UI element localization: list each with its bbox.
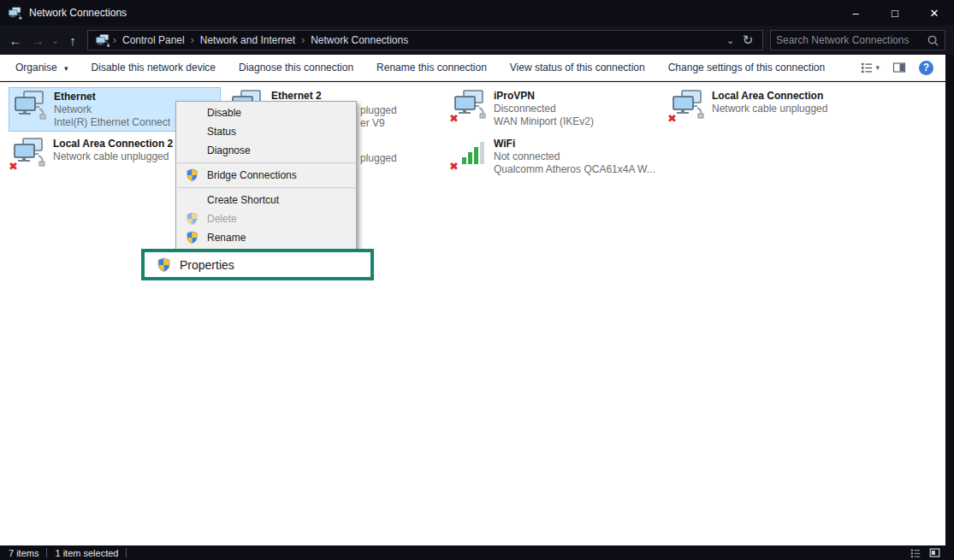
thumbnail-view-button[interactable]: [929, 547, 940, 558]
up-button[interactable]: ↑: [62, 33, 84, 48]
disconnected-x-icon: ✖: [9, 161, 18, 172]
titlebar: Network Connections – □ ✕: [0, 0, 954, 26]
uac-shield-icon: [186, 212, 199, 225]
uac-shield-icon: [157, 257, 171, 272]
wifi-signal-icon: ✖: [453, 138, 489, 170]
connection-wifi[interactable]: ✖ WiFi Not connected Qualcomm Atheros QC…: [449, 135, 661, 180]
connection-status: Disconnected: [494, 103, 594, 115]
connection-status: Network cable unplugged: [53, 150, 173, 163]
window-title: Network Connections: [29, 7, 127, 19]
menu-item-label: Delete: [207, 213, 237, 225]
connection-local-area[interactable]: ✖ Local Area Connection Network cable un…: [667, 87, 880, 132]
app-icon: [8, 7, 22, 20]
address-bar-actions: ⌄ ↻: [724, 32, 759, 48]
menu-item-disable[interactable]: Disable: [176, 103, 356, 122]
breadcrumb-network-connections[interactable]: Network Connections: [305, 34, 414, 46]
network-adapter-icon: ✖: [671, 90, 707, 122]
menu-item-bridge-connections[interactable]: Bridge Connections: [176, 166, 356, 185]
connection-status: Network cable unplugged: [712, 103, 827, 115]
forward-button[interactable]: →: [27, 33, 49, 48]
disconnected-x-icon: ✖: [449, 113, 459, 124]
menu-item-label: Properties: [180, 258, 234, 272]
menu-item-rename[interactable]: Rename: [176, 228, 356, 247]
connection-name: iProVPN: [494, 90, 594, 103]
connection-device: Qualcomm Atheros QCA61x4A W...: [494, 163, 655, 176]
window-controls: – □ ✕: [836, 0, 954, 26]
search-input[interactable]: [771, 34, 927, 46]
refresh-button[interactable]: ↻: [737, 32, 759, 48]
connection-name: WiFi: [494, 138, 655, 150]
connection-status: Not connected: [494, 150, 655, 163]
list-view-icon: [861, 62, 873, 74]
menu-separator: [177, 187, 355, 188]
preview-pane-button[interactable]: [892, 61, 906, 74]
dropdown-arrow-icon: ▾: [875, 63, 880, 72]
connection-name: Local Area Connection 2: [53, 138, 173, 150]
connections-list: Ethernet Network Intel(R) Ethernet Conne…: [0, 82, 945, 545]
connection-device: WAN Miniport (IKEv2): [494, 115, 594, 128]
menu-item-properties[interactable]: Properties: [141, 249, 374, 280]
connection-name: Ethernet: [54, 91, 170, 103]
command-disable-network-device[interactable]: Disable this network device: [92, 62, 216, 74]
back-button[interactable]: ←: [4, 33, 27, 48]
close-button[interactable]: ✕: [915, 0, 954, 26]
breadcrumb-network-and-internet[interactable]: Network and Internet: [194, 34, 301, 46]
command-bar: Organise ▾ Disable this network device D…: [0, 55, 945, 81]
context-menu: Disable Status Diagnose Bridge Connectio…: [175, 101, 357, 250]
change-view-button[interactable]: ▾: [861, 62, 880, 74]
organise-label: Organise: [15, 62, 57, 74]
network-adapter-icon: ✖: [12, 138, 48, 170]
uac-shield-icon: [186, 231, 199, 244]
selection-count: 1 item selected: [55, 548, 118, 558]
menu-item-create-shortcut[interactable]: Create Shortcut: [176, 191, 356, 209]
uac-shield-icon: [186, 168, 199, 181]
connection-device: Intel(R) Ethernet Connect: [54, 116, 170, 129]
disconnected-x-icon: ✖: [667, 113, 677, 124]
network-adapter-icon: [13, 91, 49, 123]
organise-menu[interactable]: Organise ▾: [15, 62, 68, 74]
connection-name: Local Area Connection: [712, 90, 827, 103]
menu-item-label: Bridge Connections: [207, 169, 297, 181]
location-icon: [95, 34, 110, 47]
toolbar-right-icons: ▾ ?: [861, 61, 933, 75]
statusbar-divider: [46, 548, 47, 557]
address-bar[interactable]: › Control Panel › Network and Internet ›…: [87, 30, 763, 50]
minimize-button[interactable]: –: [836, 0, 875, 26]
network-adapter-icon: ✖: [453, 90, 489, 122]
navigation-bar: ← → ⌄ ↑ › Control Panel › Network and In…: [0, 26, 954, 55]
hidden-connection-status-fragment: plugged: [360, 152, 397, 165]
breadcrumb-control-panel[interactable]: Control Panel: [116, 34, 191, 46]
connection-ethernet-2-status-fragment: plugged: [360, 104, 397, 117]
command-rename-connection[interactable]: Rename this connection: [376, 62, 487, 74]
menu-item-delete[interactable]: Delete: [176, 209, 356, 228]
connection-iprovpn[interactable]: ✖ iProVPN Disconnected WAN Miniport (IKE…: [449, 87, 661, 132]
menu-separator: [177, 162, 355, 163]
connection-status: Network: [54, 103, 170, 116]
address-history-dropdown[interactable]: ⌄: [724, 35, 737, 46]
status-bar: 7 items 1 item selected: [0, 545, 954, 560]
search-icon[interactable]: [927, 34, 939, 47]
maximize-button[interactable]: □: [875, 0, 915, 26]
items-count: 7 items: [9, 548, 39, 558]
network-connections-window: Network Connections – □ ✕ ← → ⌄ ↑ › Cont…: [0, 0, 954, 560]
menu-item-status[interactable]: Status: [176, 122, 356, 141]
command-view-status[interactable]: View status of this connection: [510, 62, 645, 74]
search-box[interactable]: [770, 30, 945, 50]
recent-locations-dropdown[interactable]: ⌄: [49, 35, 62, 46]
help-button[interactable]: ?: [919, 61, 933, 75]
command-diagnose-connection[interactable]: Diagnose this connection: [239, 62, 353, 74]
details-view-button[interactable]: [910, 548, 921, 558]
disconnected-x-icon: ✖: [449, 161, 459, 172]
statusbar-divider: [126, 548, 127, 557]
statusbar-view-buttons: [910, 547, 940, 558]
command-change-settings[interactable]: Change settings of this connection: [668, 62, 825, 74]
connection-ethernet-2-device-fragment: er V9: [360, 117, 385, 130]
menu-item-diagnose[interactable]: Diagnose: [176, 141, 356, 160]
menu-item-label: Rename: [207, 232, 246, 244]
dropdown-arrow-icon: ▾: [64, 64, 68, 73]
